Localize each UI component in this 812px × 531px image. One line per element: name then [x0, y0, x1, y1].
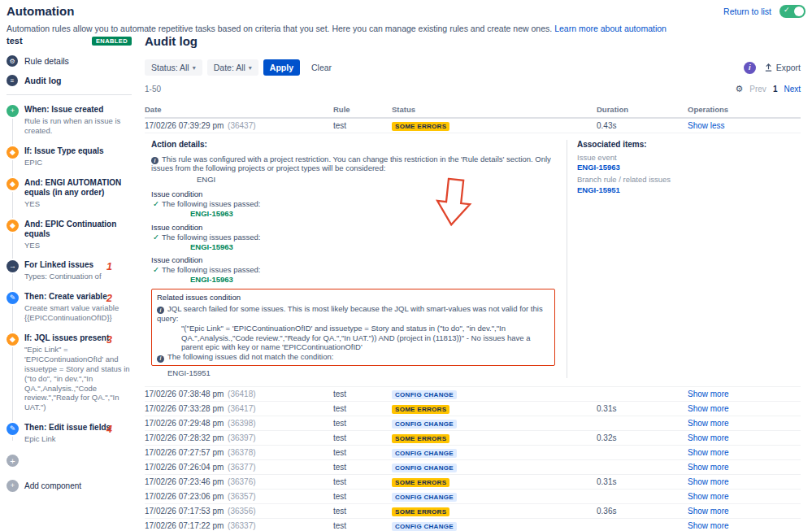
issues-passed-text: The following issues passed: — [162, 233, 260, 242]
row-time: 17/02/26 07:29:48 pm — [145, 419, 224, 428]
row-time: 17/02/26 07:28:32 pm — [145, 433, 224, 442]
row-date: 17/02/26 07:39:29 pm (36437) — [145, 121, 333, 130]
return-to-list-link[interactable]: Return to list — [723, 7, 771, 16]
row-status: CONFIG CHANGE — [392, 463, 597, 472]
clear-button[interactable]: Clear — [305, 59, 338, 76]
sidebar-nav: ⚙ Rule details ≡ Audit log — [7, 55, 132, 86]
issues-passed-text: The following issues passed: — [162, 199, 260, 208]
row-date: 17/02/26 07:17:53 pm (36356) — [145, 507, 333, 516]
annotation-number: 1 — [106, 261, 112, 272]
status-filter-dropdown[interactable]: Status: All ▾ — [145, 59, 202, 76]
table-row: 17/02/26 07:17:53 pm (36356) test SOME E… — [145, 504, 801, 519]
table-row: 17/02/26 07:17:22 pm (36337) test CONFIG… — [145, 519, 801, 531]
row-rule: test — [333, 390, 392, 398]
component-title: When: Issue created — [24, 105, 132, 115]
associated-item-label: Branch rule / related issues — [577, 175, 801, 185]
row-rule: test — [333, 404, 392, 413]
rule-name: test — [7, 36, 23, 46]
status-badge: SOME ERRORS — [392, 405, 449, 414]
range-row: 1-50 ⚙ Prev 1 Next — [145, 84, 801, 94]
row-id: (36377) — [228, 463, 255, 472]
row-date: 17/02/26 07:38:48 pm (36418) — [145, 390, 333, 398]
passed-issue-link[interactable]: ENGI-15963 — [190, 209, 555, 219]
show-more-link[interactable]: Show less — [688, 121, 725, 130]
component-title: Then: Create variable — [24, 292, 132, 302]
show-more-link[interactable]: Show more — [688, 492, 729, 501]
chevron-down-icon: ▾ — [193, 64, 196, 72]
show-more-link[interactable]: Show more — [688, 433, 729, 442]
passed-issue-link[interactable]: ENGI-15963 — [190, 242, 555, 252]
rule-component[interactable]: ✎ Then: Edit issue fields Epic Link 4 — [7, 423, 132, 444]
associated-issue-link[interactable]: ENGI-15963 — [577, 163, 801, 172]
add-component-label: Add component — [24, 481, 81, 491]
show-more-link[interactable]: Show more — [688, 463, 729, 472]
component-title: And: EPIC Continuation equals — [24, 220, 132, 239]
show-more-link[interactable]: Show more — [688, 448, 729, 457]
current-page: 1 — [773, 85, 778, 94]
rule-component[interactable]: ◆ And: ENGI AUTOMATION equals (in any or… — [7, 178, 132, 209]
jql-query-text: "("Epic Link" = 'EPICContinuationOfID' a… — [181, 324, 549, 353]
row-status: CONFIG CHANGE — [392, 521, 597, 531]
date-filter-label: Date: All — [214, 63, 245, 72]
rule-sidebar: test ENABLED ⚙ Rule details ≡ Audit log … — [0, 31, 137, 531]
gear-icon[interactable]: ⚙ — [735, 84, 743, 94]
component-title: And: ENGI AUTOMATION equals (in any orde… — [24, 178, 132, 198]
add-area: + + Add component — [7, 455, 132, 492]
rule-component[interactable]: → For Linked issues Types: Continuation … — [7, 260, 132, 281]
page-title: Automation — [7, 4, 804, 18]
rule-component[interactable]: ✎ Then: Create variable Create smart val… — [7, 292, 132, 323]
rule-component[interactable]: ◆ If: JQL issues present "Epic Link" = '… — [7, 333, 132, 412]
check-icon: ✓ — [784, 6, 790, 14]
table-row: 17/02/26 07:29:48 pm (36398) test CONFIG… — [145, 416, 801, 431]
status-badge: CONFIG CHANGE — [392, 390, 457, 399]
show-more-link[interactable]: Show more — [688, 477, 729, 486]
info-button[interactable]: i — [744, 62, 756, 74]
status-badge: CONFIG CHANGE — [392, 522, 457, 531]
row-time: 17/02/26 07:33:28 pm — [145, 404, 224, 413]
row-id: (36378) — [228, 448, 255, 457]
rule-component[interactable]: ◆ If: Issue Type equals EPIC — [7, 146, 132, 168]
row-id: (36398) — [228, 419, 255, 428]
sidebar-nav-item[interactable]: ≡ Audit log — [7, 75, 132, 86]
show-more-link[interactable]: Show more — [688, 404, 729, 413]
branch-icon: → — [7, 260, 19, 272]
show-more-link[interactable]: Show more — [688, 507, 729, 516]
apply-button[interactable]: Apply — [263, 59, 300, 76]
component-subtitle: "Epic Link" = 'EPICContinuationOfId' and… — [24, 345, 132, 412]
table-row: 17/02/26 07:26:04 pm (36377) test CONFIG… — [145, 460, 801, 475]
table-row: 17/02/26 07:23:06 pm (36357) test CONFIG… — [145, 490, 801, 504]
table-row: 17/02/26 07:33:28 pm (36417) test SOME E… — [145, 402, 801, 416]
row-duration: 0.43s — [597, 121, 688, 130]
issue-condition-title: Issue condition — [151, 255, 555, 265]
prev-page-link[interactable]: Prev — [749, 85, 766, 94]
row-time: 17/02/26 07:17:22 pm — [145, 521, 224, 530]
sidebar-nav-item[interactable]: ⚙ Rule details — [7, 55, 132, 67]
condition-icon: ◆ — [7, 220, 19, 232]
row-status: SOME ERRORS — [392, 507, 597, 516]
show-more-link[interactable]: Show more — [688, 390, 729, 398]
component-subtitle: Rule is run when an issue is created. — [24, 116, 132, 136]
next-page-link[interactable]: Next — [784, 85, 801, 94]
export-button[interactable]: Export — [764, 63, 801, 72]
plus-icon: + — [7, 480, 19, 492]
add-step-plus-icon[interactable]: + — [7, 455, 19, 467]
row-rule: test — [333, 521, 392, 530]
table-row: 17/02/26 07:28:32 pm (36397) test SOME E… — [145, 431, 801, 446]
associated-issue-link[interactable]: ENGI-15951 — [577, 185, 801, 195]
row-status: CONFIG CHANGE — [392, 448, 597, 458]
rule-enabled-toggle[interactable]: ✓ — [779, 5, 805, 18]
row-rule: test — [333, 477, 392, 486]
component-subtitle: YES — [24, 199, 132, 209]
table-row: 17/02/26 07:39:29 pm (36437) test SOME E… — [145, 119, 801, 133]
row-id: (36356) — [228, 507, 255, 516]
date-filter-dropdown[interactable]: Date: All ▾ — [207, 59, 258, 76]
add-component-button[interactable]: + Add component — [7, 480, 132, 492]
status-badge: SOME ERRORS — [392, 478, 449, 487]
passed-issue-link[interactable]: ENGI-15963 — [190, 275, 555, 285]
component-title: If: Issue Type equals — [24, 146, 104, 156]
rule-component[interactable]: ◆ And: EPIC Continuation equals YES — [7, 220, 132, 250]
rule-component[interactable]: + When: Issue created Rule is run when a… — [7, 105, 132, 136]
show-more-link[interactable]: Show more — [688, 419, 729, 428]
header-actions: Return to list ✓ — [723, 5, 805, 18]
show-more-link[interactable]: Show more — [688, 521, 729, 530]
